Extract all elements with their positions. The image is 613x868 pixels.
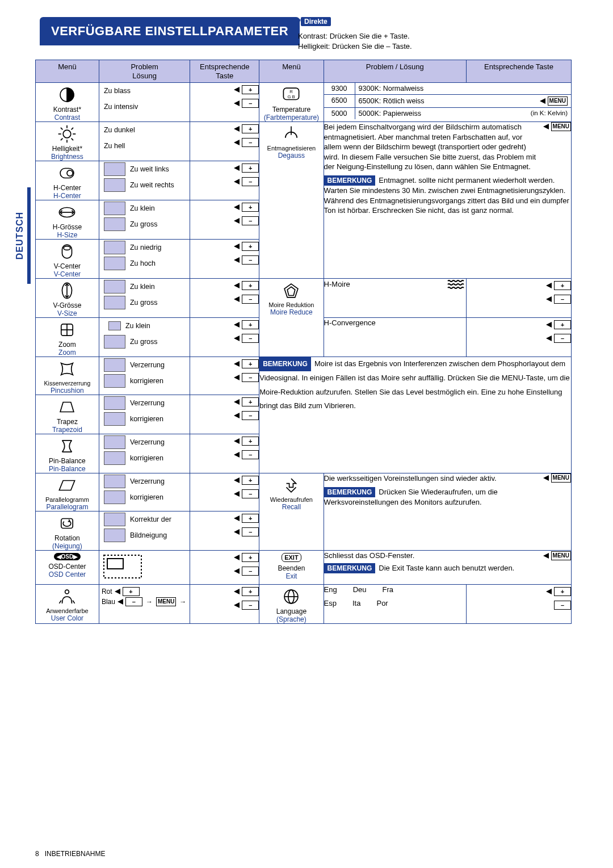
- menu-moire: Moire Reduktion Moire Reduce: [259, 279, 324, 357]
- svg-marker-28: [60, 481, 75, 490]
- key-rotation: + –: [190, 511, 259, 551]
- prob-trapez: Verzerrung korrigieren: [99, 395, 190, 434]
- vcenter-icon: [56, 242, 78, 261]
- zoom-icon: [56, 320, 78, 339]
- globe-icon: [280, 587, 302, 606]
- menu-kontrast: Kontrast* Contrast: [36, 83, 99, 122]
- trapezoid-icon: [56, 397, 78, 417]
- menu-trapez: Trapez Trapezoid: [36, 395, 99, 434]
- menu-degauss: Entmagnetisieren Degauss: [259, 122, 324, 279]
- svg-marker-27: [61, 402, 74, 412]
- svg-marker-23: [288, 287, 296, 295]
- exit-text: Schliesst das OSD-Fenster. MENU BEMERKUN…: [324, 551, 571, 585]
- key-hmoire: + –: [466, 279, 571, 318]
- moire-icon: [280, 281, 302, 300]
- prob-usercolor: Rot+ Blau– →MENU→: [99, 585, 190, 624]
- svg-text:G B: G B: [288, 94, 295, 99]
- key-osd: + –: [190, 551, 259, 585]
- hdr-menu2: Menü: [259, 60, 324, 83]
- language-tab-label: DEUTSCH: [15, 212, 25, 259]
- svg-line-34: [73, 601, 75, 603]
- key-trapez: + –: [190, 395, 259, 434]
- exit-badge: EXIT: [282, 553, 301, 562]
- key-hconv: + –: [466, 318, 571, 357]
- parallelogram-icon: [56, 476, 78, 495]
- svg-line-33: [60, 601, 61, 603]
- hsize-icon: [56, 203, 78, 222]
- moire-hconv: H-Convergence: [324, 318, 466, 357]
- language-tab: DEUTSCH: [11, 199, 28, 272]
- prob-vsize: Zu klein Zu gross: [99, 279, 190, 318]
- hmoire-pattern-icon: [447, 279, 466, 290]
- contrast-icon: [56, 85, 78, 104]
- svg-point-15: [67, 170, 73, 176]
- prob-rotation: Korrektur der Bildneigung: [99, 511, 190, 551]
- prob-parallelogram: Verzerrung korrigieren: [99, 473, 190, 511]
- hdr-key2: Entsprechende Taste: [466, 60, 571, 83]
- temperature-rows: 93009300K: Normalweiss 65006500K: Rötlic…: [324, 83, 571, 122]
- key-kontrast: + –: [190, 83, 259, 122]
- menu-rotation: Rotation (Neigung): [36, 511, 99, 551]
- rgb-icon: RG B: [280, 85, 302, 104]
- key-vcenter: + –: [190, 240, 259, 279]
- key-language: + –: [466, 585, 571, 624]
- svg-line-11: [72, 128, 73, 129]
- hdr-prob: ProblemLösung: [99, 60, 190, 83]
- parameter-table: Menü ProblemLösung EntsprechendeTaste Me…: [35, 60, 572, 624]
- menu-recall: Wiederaufrufen Recall: [259, 473, 324, 551]
- menu-vsize: V-Grösse V-Size: [36, 279, 99, 318]
- key-pincushion: + –: [190, 357, 259, 395]
- key-pinbalance: + –: [190, 434, 259, 473]
- moire-note: BEMERKUNGMoire ist das Ergebnis von Inte…: [259, 357, 572, 473]
- key-vsize: + –: [190, 279, 259, 318]
- key-usercolor: + –: [190, 585, 259, 624]
- menu-osd: ◀OSD▶ OSD-Center OSD Center: [36, 551, 99, 585]
- recall-icon: [280, 476, 302, 495]
- menu-language: Language (Sprache): [259, 585, 324, 624]
- moire-hmoire: H-Moire: [324, 279, 466, 318]
- menu-pinbalance: Pin-Balance Pin-Balance: [36, 434, 99, 473]
- osd-diagram-icon: [103, 554, 142, 579]
- svg-point-19: [64, 246, 70, 250]
- menu-hcenter: H-Center H-Center: [36, 161, 99, 200]
- menu-temperature: RG B Temperature (Farbtemperature): [259, 83, 324, 122]
- prob-pincushion: Verzerrung korrigieren: [99, 357, 190, 395]
- svg-line-12: [61, 139, 62, 140]
- key-helligkeit: + –: [190, 122, 259, 161]
- language-options: EngDeuFra EspItaPor: [324, 585, 466, 624]
- menu-exit: EXIT Beenden Exit: [259, 551, 324, 585]
- hdr-key: EntsprechendeTaste: [190, 60, 259, 83]
- prob-vcenter: Zu niedrig Zu hoch: [99, 240, 190, 279]
- svg-text:R: R: [290, 89, 293, 94]
- rotation-icon: [56, 514, 78, 533]
- direkte-instructions: Kontrast: Drücken Sie die + Taste. Helli…: [298, 31, 412, 51]
- prob-helligkeit: Zu dunkel Zu hell: [99, 122, 190, 161]
- recall-text: Die werksseitigen Voreinstellungen sind …: [324, 473, 571, 551]
- brightness-icon: [56, 124, 78, 144]
- menu-vcenter: V-Center V-Center: [36, 240, 99, 279]
- menu-hsize: H-Grösse H-Size: [36, 200, 99, 240]
- menu-parallelogram: Parallelogramm Parallelogram: [36, 473, 99, 511]
- prob-kontrast: Zu blass Zu intensiv: [99, 83, 190, 122]
- svg-rect-31: [107, 559, 123, 569]
- degauss-icon: [280, 124, 302, 144]
- osd-badge: ◀OSD▶: [54, 553, 81, 560]
- hdr-menu: Menü: [36, 60, 99, 83]
- key-hsize: + –: [190, 200, 259, 240]
- menu-zoom: Zoom Zoom: [36, 318, 99, 357]
- usercolor-icon: [56, 587, 78, 606]
- page-footer: 8 INBETRIEBNAHME: [35, 850, 105, 858]
- pinbalance-icon: [56, 437, 78, 456]
- prob-hsize: Zu klein Zu gross: [99, 200, 190, 240]
- hcenter-icon: [56, 163, 78, 183]
- hdr-prob2: Problem / Lösung: [324, 60, 466, 83]
- direkte-badge: *Direkte: [298, 17, 331, 26]
- svg-rect-18: [62, 245, 72, 258]
- key-zoom: + –: [190, 318, 259, 357]
- svg-point-32: [65, 590, 69, 594]
- svg-point-4: [64, 130, 72, 138]
- svg-line-10: [72, 139, 73, 140]
- svg-line-9: [61, 128, 62, 129]
- menu-pincushion: Kissenverzerrung Pincushion: [36, 357, 99, 395]
- page-title: VERFÜGBARE EINSTELLPARAMETER: [40, 17, 300, 45]
